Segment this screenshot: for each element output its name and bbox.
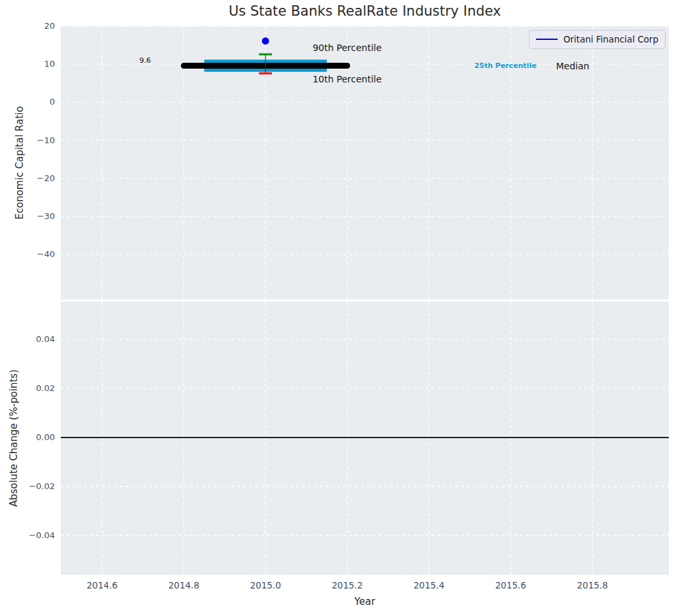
tick-label-y: 0.02 [0,383,55,394]
tick-label-x: 2015.0 [236,579,295,591]
tick-label-y: 10 [0,58,55,70]
chart-title: Us State Banks RealRate Industry Index [61,3,669,19]
tick-label-y: −10 [0,135,55,146]
tick-label-y: 0.04 [0,334,55,345]
legend: Oritani Financial Corp [529,30,666,49]
tick-label-y: 20 [0,20,55,32]
annotation-25th-percentile: 25th Percentile [474,61,536,70]
annotation-9-6: 9.6 [139,56,151,65]
tick-label-y: −0.02 [0,481,55,492]
tick-label-x: 2015.6 [481,579,540,591]
tick-label-x: 2015.8 [563,579,622,591]
tick-label-x: 2014.6 [73,579,131,591]
tick-label-y: −0.04 [0,530,55,541]
annotation-median: Median [556,61,590,71]
y-axis-label-top: Economic Capital Ratio [14,106,25,219]
legend-line-swatch [536,39,558,40]
tick-label-y: 0.00 [0,432,55,443]
tick-label-y: 0 [0,96,55,108]
tick-label-x: 2015.2 [318,579,377,591]
company-point [262,37,269,44]
bottom-plot-canvas [61,301,669,575]
tick-label-x: 2014.8 [154,579,213,591]
tick-label-x: 2015.4 [399,579,458,591]
tick-label-y: −40 [0,248,55,260]
annotation-10th-percentile: 10th Percentile [313,74,382,84]
bottom-plot-panel [61,301,669,575]
tick-label-y: −30 [0,211,55,222]
legend-label: Oritani Financial Corp [564,34,658,44]
annotation-90th-percentile: 90th Percentile [313,43,382,53]
x-axis-label: Year [61,596,669,607]
chart-figure: Us State Banks RealRate Industry Index E… [0,0,676,616]
tick-label-y: −20 [0,173,55,184]
